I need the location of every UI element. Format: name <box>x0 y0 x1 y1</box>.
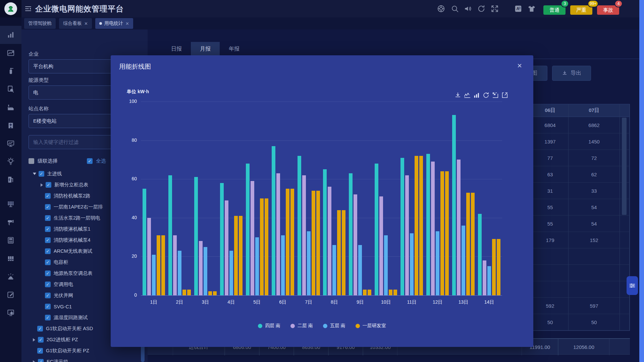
help-circle-icon[interactable] <box>437 4 445 13</box>
close-tab-icon[interactable]: ✕ <box>84 21 88 26</box>
table-row[interactable]: 6362 <box>532 166 630 183</box>
table-row[interactable]: 3133 <box>532 183 630 199</box>
export-button[interactable]: 导出 <box>552 66 591 81</box>
sidebar-item-edit[interactable] <box>0 286 21 304</box>
sidebar-item-system-settings[interactable] <box>0 304 21 322</box>
legend-item[interactable]: 一层研发室 <box>356 323 386 329</box>
refresh-chart-icon[interactable] <box>482 92 490 99</box>
expand-arrow-icon[interactable] <box>33 173 36 175</box>
close-icon[interactable]: × <box>515 61 524 70</box>
sidebar-item-archive[interactable] <box>0 249 21 267</box>
bar-7日-四层 南 <box>298 156 301 295</box>
fullscreen-icon[interactable] <box>490 4 499 13</box>
x-axis-line <box>141 295 502 296</box>
report-tab-3[interactable]: 年报 <box>220 42 249 56</box>
tree-checkbox[interactable]: ✓ <box>39 171 44 177</box>
sidebar-item-alarm-siren[interactable] <box>0 267 21 286</box>
tree-checkbox[interactable]: ✓ <box>45 204 51 210</box>
tree-checkbox[interactable]: ✓ <box>45 270 51 276</box>
bar-chart-icon <box>6 31 15 39</box>
bar-8日-一层研发室 <box>337 210 341 295</box>
table-row[interactable]: 5554 <box>532 199 630 216</box>
tree-item[interactable]: ✓EC演示箱 <box>21 356 148 362</box>
collapse-arrow-icon[interactable] <box>41 183 43 187</box>
sidebar-item-solar-panel[interactable] <box>0 195 21 213</box>
volume-icon[interactable] <box>464 4 472 13</box>
select-all-checkbox[interactable]: ✓ <box>87 158 93 164</box>
cascade-checkbox[interactable] <box>29 158 34 164</box>
table-cell: 597 <box>569 298 620 314</box>
tree-checkbox[interactable]: ✓ <box>45 259 51 265</box>
tree-checkbox[interactable]: ✓ <box>37 348 43 354</box>
view-tab-1[interactable]: 管理驾驶舱 <box>24 18 56 29</box>
right-scroll-strip[interactable] <box>639 0 644 362</box>
sidebar-item-cctv-camera[interactable] <box>0 213 21 231</box>
search-icon[interactable] <box>450 4 459 13</box>
sidebar-item-power-cabinet[interactable] <box>0 231 21 249</box>
tree-checkbox[interactable]: ✓ <box>45 304 51 309</box>
app-logo[interactable] <box>4 2 17 15</box>
tree-checkbox[interactable]: ✓ <box>45 237 51 243</box>
sidebar-item-ev-charger[interactable] <box>0 171 21 189</box>
table-scrollbar[interactable] <box>622 118 627 215</box>
tree-checkbox[interactable]: ✓ <box>45 193 51 199</box>
collapse-arrow-icon[interactable] <box>33 360 35 362</box>
table-cell <box>620 216 630 232</box>
sidebar-item-trend-area[interactable] <box>0 44 21 62</box>
restore-icon[interactable] <box>501 92 508 99</box>
tree-checkbox[interactable]: ✓ <box>45 248 51 254</box>
sidebar-item-hospital-building[interactable] <box>0 116 21 134</box>
sidebar-item-monitor-chart[interactable] <box>0 134 21 153</box>
tree-checkbox[interactable]: ✓ <box>37 326 43 331</box>
sidebar-item-idea-bulb[interactable] <box>0 153 21 171</box>
bar-5日-五层 南 <box>255 237 259 295</box>
zoom-select-icon[interactable] <box>492 92 499 99</box>
view-tab-3[interactable]: 用电统计✕ <box>95 18 133 29</box>
tree-checkbox[interactable]: ✓ <box>45 226 51 232</box>
report-tab-2[interactable]: 月报 <box>191 42 220 56</box>
bar-2日-一层研发室 <box>187 290 191 295</box>
save-image-icon[interactable] <box>454 92 462 99</box>
tree-checkbox[interactable]: ✓ <box>38 337 44 343</box>
sidebar-item-fire-extinguisher[interactable] <box>0 62 21 80</box>
table-row[interactable]: 68046862 <box>532 117 630 133</box>
legend-item[interactable]: 二层 南 <box>290 323 313 329</box>
switch-line-icon[interactable] <box>464 92 471 99</box>
view-tab-2[interactable]: 综合看板✕ <box>59 18 92 29</box>
tree-checkbox[interactable]: ✓ <box>46 182 51 188</box>
collapse-menu-icon[interactable] <box>24 5 32 14</box>
tree-item-label: 温湿度回路测试 <box>54 314 88 321</box>
tree-checkbox[interactable]: ✓ <box>45 215 51 221</box>
switch-bar-icon[interactable] <box>473 92 480 99</box>
select-all-label[interactable]: 全选 <box>96 158 106 164</box>
filter-settings-button[interactable] <box>627 276 638 295</box>
tree-checkbox[interactable]: ✓ <box>38 359 44 362</box>
table-row[interactable]: 5554 <box>532 216 630 232</box>
theme-shirt-icon[interactable] <box>527 4 536 13</box>
table-row[interactable] <box>532 281 630 298</box>
table-cell: 54 <box>569 199 620 216</box>
close-tab-icon[interactable]: ✕ <box>125 21 129 26</box>
table-row[interactable]: 5050 <box>532 314 630 330</box>
table-row[interactable]: 592597 <box>532 298 630 314</box>
sliders-icon <box>629 282 636 289</box>
sidebar-item-factory[interactable] <box>0 98 21 116</box>
collapse-arrow-icon[interactable] <box>33 338 35 342</box>
bar-9日-一层研发室 <box>363 290 367 295</box>
legend-item[interactable]: 四层 南 <box>258 323 280 329</box>
tree-checkbox[interactable]: ✓ <box>45 293 51 298</box>
sidebar-item-bar-chart[interactable] <box>0 26 21 44</box>
tree-checkbox[interactable]: ✓ <box>45 315 51 320</box>
table-row[interactable] <box>532 265 630 281</box>
table-row[interactable]: 7772 <box>532 150 630 166</box>
report-tab-1[interactable]: 日报 <box>162 42 191 56</box>
refresh-icon[interactable] <box>477 4 486 13</box>
table-row[interactable]: 179152 <box>532 232 630 248</box>
table-row[interactable] <box>532 248 630 265</box>
table-row[interactable]: 13971450 <box>532 133 630 150</box>
legend-item[interactable]: 五层 南 <box>323 323 345 329</box>
translate-icon[interactable]: A文 <box>514 4 523 13</box>
sidebar-item-inspection[interactable] <box>0 80 21 98</box>
tree-checkbox[interactable]: ✓ <box>45 282 51 287</box>
bar-3日-二层 南 <box>199 241 203 295</box>
